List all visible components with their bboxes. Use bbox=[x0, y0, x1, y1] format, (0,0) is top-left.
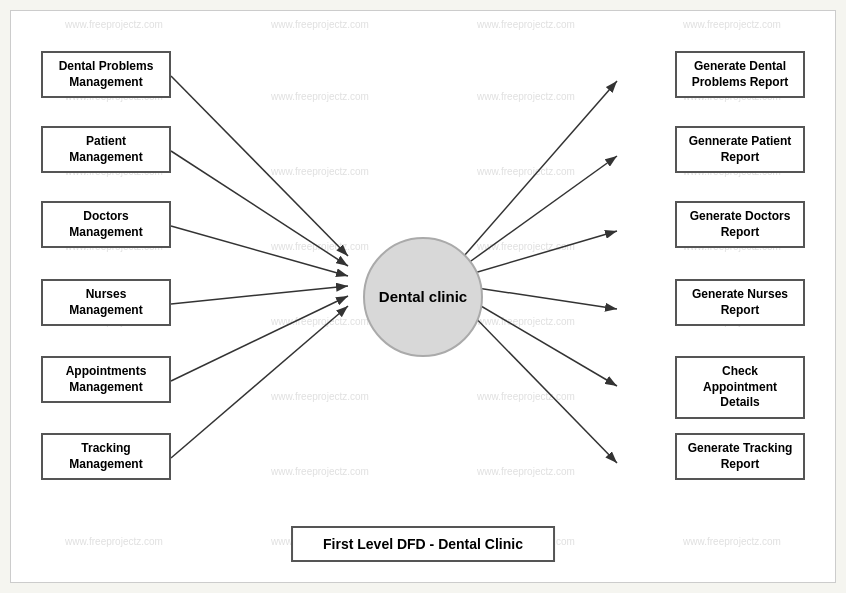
svg-line-2 bbox=[171, 76, 348, 256]
box-dental-problems: Dental Problems Management bbox=[41, 51, 171, 98]
box-doctors-mgmt-label: Doctors Management bbox=[69, 209, 142, 239]
center-label: Dental clinic bbox=[379, 288, 467, 305]
diagram-title-text: First Level DFD - Dental Clinic bbox=[323, 536, 523, 552]
svg-line-12 bbox=[464, 296, 617, 386]
svg-line-9 bbox=[464, 156, 617, 266]
box-appointments-mgmt-label: Appointments Management bbox=[66, 364, 147, 394]
svg-line-13 bbox=[464, 306, 617, 463]
box-doctors-report: Generate Doctors Report bbox=[675, 201, 805, 248]
box-tracking-mgmt-label: Tracking Management bbox=[69, 441, 142, 471]
box-tracking-mgmt: Tracking Management bbox=[41, 433, 171, 480]
box-appointment-details: Check Appointment Details bbox=[675, 356, 805, 419]
box-tracking-report-label: Generate Tracking Report bbox=[688, 441, 793, 471]
box-appointment-details-label: Check Appointment Details bbox=[703, 364, 777, 409]
box-appointments-mgmt: Appointments Management bbox=[41, 356, 171, 403]
diagram-inner: www.freeprojectz.com www.freeprojectz.co… bbox=[11, 11, 835, 582]
svg-line-5 bbox=[171, 286, 348, 304]
box-nurses-mgmt: Nurses Management bbox=[41, 279, 171, 326]
svg-line-7 bbox=[171, 306, 348, 458]
box-nurses-mgmt-label: Nurses Management bbox=[69, 287, 142, 317]
box-dental-report: Generate Dental Problems Report bbox=[675, 51, 805, 98]
box-patient-mgmt-label: Patient Management bbox=[69, 134, 142, 164]
box-doctors-mgmt: Doctors Management bbox=[41, 201, 171, 248]
svg-line-10 bbox=[464, 231, 617, 276]
svg-line-3 bbox=[171, 151, 348, 266]
box-tracking-report: Generate Tracking Report bbox=[675, 433, 805, 480]
svg-line-6 bbox=[171, 296, 348, 381]
box-dental-problems-label: Dental Problems Management bbox=[59, 59, 154, 89]
box-patient-report-label: Gennerate Patient Report bbox=[689, 134, 792, 164]
box-patient-report: Gennerate Patient Report bbox=[675, 126, 805, 173]
box-doctors-report-label: Generate Doctors Report bbox=[690, 209, 791, 239]
box-dental-report-label: Generate Dental Problems Report bbox=[692, 59, 789, 89]
center-circle: Dental clinic bbox=[363, 237, 483, 357]
box-nurses-report-label: Generate Nurses Report bbox=[692, 287, 788, 317]
svg-line-8 bbox=[464, 81, 617, 256]
diagram-title: First Level DFD - Dental Clinic bbox=[291, 526, 555, 562]
box-patient-mgmt: Patient Management bbox=[41, 126, 171, 173]
diagram-container: www.freeprojectz.com www.freeprojectz.co… bbox=[10, 10, 836, 583]
svg-line-11 bbox=[464, 286, 617, 309]
svg-line-4 bbox=[171, 226, 348, 276]
box-nurses-report: Generate Nurses Report bbox=[675, 279, 805, 326]
